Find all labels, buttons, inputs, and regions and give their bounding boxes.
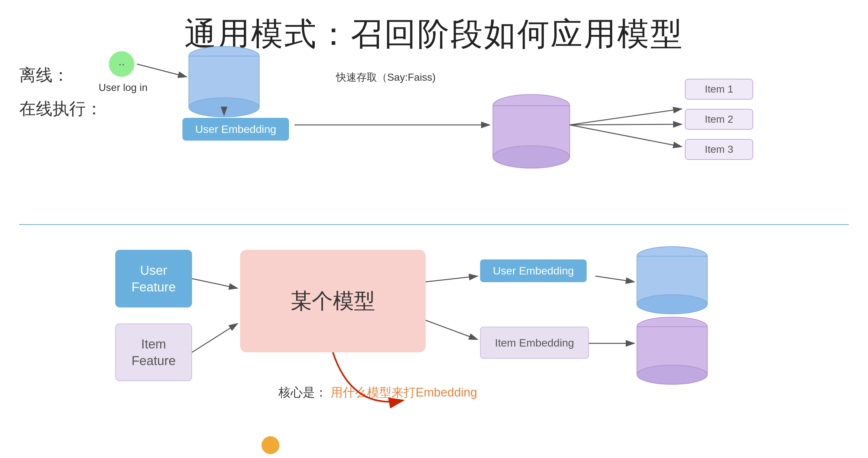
svg-line-16 [192, 323, 238, 352]
core-prefix: 核心是： [278, 385, 327, 399]
svg-line-12 [570, 109, 682, 125]
svg-rect-23 [637, 327, 707, 375]
avatar-face-icon: ·· [118, 57, 125, 71]
divider [19, 224, 849, 225]
model-box: 某个模型 [240, 250, 426, 352]
item3-box: Item 3 [685, 139, 753, 160]
svg-point-21 [637, 295, 707, 314]
svg-rect-20 [637, 256, 707, 304]
svg-line-18 [426, 320, 477, 340]
user-feature-text: UserFeature [131, 262, 176, 295]
user-avatar: ·· [109, 51, 134, 77]
svg-rect-10 [493, 106, 570, 157]
user-embedding-bottom: User Embedding [480, 259, 587, 282]
svg-point-22 [637, 317, 707, 336]
svg-line-15 [192, 279, 238, 288]
user-feature-box: UserFeature [115, 250, 192, 308]
svg-line-6 [137, 64, 187, 77]
svg-point-27 [261, 436, 279, 454]
svg-line-14 [570, 125, 682, 147]
svg-point-5 [189, 98, 259, 117]
user-login-label: User log in [99, 82, 148, 93]
item-feature-box: ItemFeature [115, 323, 192, 381]
svg-point-19 [637, 247, 707, 266]
faiss-label: 快速存取（Say:Faiss) [336, 70, 436, 85]
user-embedding-top: User Embedding [182, 118, 289, 141]
page-title: 通用模式：召回阶段如何应用模型 [0, 0, 868, 56]
svg-line-17 [426, 276, 477, 282]
svg-point-11 [493, 146, 570, 168]
item-feature-text: ItemFeature [131, 336, 176, 369]
offline-label: 离线： [19, 64, 69, 86]
svg-point-9 [493, 94, 570, 117]
online-label: 在线执行： [19, 98, 102, 120]
item-embedding-text: Item Embedding [495, 336, 574, 350]
svg-rect-4 [189, 56, 259, 107]
svg-line-25 [595, 276, 634, 282]
svg-point-24 [637, 365, 707, 384]
svg-line-13 [570, 124, 682, 125]
core-content: 用什么模型来打Embedding [331, 385, 477, 399]
item1-box: Item 1 [685, 79, 753, 99]
item2-box: Item 2 [685, 109, 753, 130]
item-embedding-box: Item Embedding [480, 327, 589, 359]
core-label: 核心是： 用什么模型来打Embedding [278, 384, 477, 401]
